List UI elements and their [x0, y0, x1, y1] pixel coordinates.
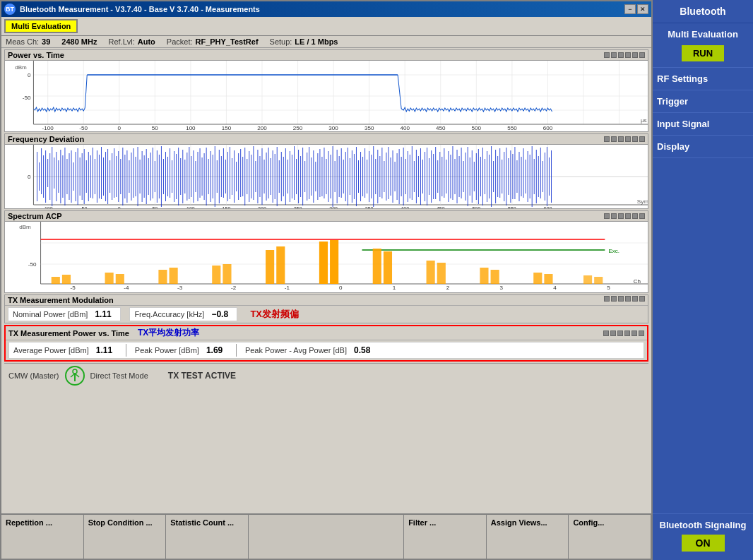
freq-value: 2480 MHz [61, 37, 97, 46]
svg-rect-343 [116, 274, 124, 284]
assign-views-button[interactable]: Assign Views... [487, 515, 569, 559]
sidebar-title: Bluetooth [653, 0, 753, 23]
svg-text:150: 150 [223, 206, 231, 208]
tx-power-title: TX Measurement Power vs. Time TX平均发射功率 [6, 326, 647, 340]
svg-rect-360 [583, 275, 592, 284]
tx-mod-panel: TX Measurement Modulation Nominal Power … [4, 294, 648, 323]
packet-value: RF_PHY_TestRef [196, 37, 259, 46]
tpdot2 [610, 330, 616, 336]
tx-mod-dots [604, 296, 645, 304]
svg-rect-353 [384, 251, 392, 284]
svg-text:600: 600 [544, 206, 552, 208]
ref-lvl-label: Ref.Lvl: [108, 37, 134, 46]
svg-text:350: 350 [364, 125, 374, 131]
dot5 [632, 52, 638, 58]
svg-rect-351 [330, 240, 338, 284]
status-bar: CMW (Master) Direct Test Mode TX TEST AC… [4, 363, 648, 388]
sdot5 [632, 213, 638, 219]
sidebar: Bluetooth Multi Evaluation RUN RF Settin… [653, 0, 753, 560]
title-bar: BT Bluetooth Measurement - V3.7.40 - Bas… [1, 1, 651, 17]
fdot2 [611, 136, 617, 142]
sidebar-item-trigger[interactable]: Trigger [653, 90, 753, 113]
stop-condition-label: Stop Condition ... [88, 518, 153, 528]
avg-power-cell: Average Power [dBm] 1.11 [13, 345, 117, 355]
tdot3 [618, 296, 624, 302]
sdot1 [604, 213, 610, 219]
svg-point-363 [73, 369, 77, 374]
svg-text:-4: -4 [124, 285, 129, 291]
sidebar-item-rf-settings[interactable]: RF Settings [653, 68, 753, 90]
repetition-button[interactable]: Repetition ... [1, 515, 84, 559]
svg-text:0: 0 [118, 206, 121, 208]
dot4 [625, 52, 631, 58]
spectrum-chart-label: Spectrum ACP [8, 212, 62, 220]
fdot1 [604, 136, 610, 142]
repetition-label: Repetition ... [6, 518, 52, 528]
svg-rect-346 [212, 266, 220, 284]
stop-condition-button[interactable]: Stop Condition ... [84, 515, 167, 559]
avg-power-label: Average Power [dBm] [13, 346, 89, 355]
svg-text:2: 2 [446, 285, 450, 291]
on-button[interactable]: ON [682, 535, 725, 552]
svg-rect-358 [533, 273, 542, 284]
svg-text:-50: -50 [79, 125, 88, 131]
sdot3 [618, 213, 624, 219]
master-label: CMW (Master) [8, 371, 59, 380]
tx-power-annotation: TX平均发射功率 [138, 327, 199, 339]
tx-power-dots [603, 330, 644, 336]
power-chart-svg: 0 -50 dBm -100 -50 0 50 100 150 200 250 … [5, 61, 648, 131]
tpdot4 [624, 330, 630, 336]
empty-button [249, 515, 404, 559]
svg-text:0: 0 [118, 125, 121, 131]
peak-avg-cell: Peak Power - Avg Power [dB] 0.58 [245, 345, 375, 355]
spectrum-chart-panel: Spectrum ACP [4, 210, 648, 293]
svg-text:400: 400 [401, 206, 409, 208]
avg-power-value: 1.11 [96, 345, 117, 355]
filter-button[interactable]: Filter ... [404, 515, 487, 559]
svg-rect-350 [319, 242, 328, 284]
svg-text:200: 200 [258, 206, 266, 208]
svg-text:100: 100 [186, 125, 196, 131]
spectrum-chart-area: dBm -50 Exc. Ch -5 -4 -3 -2 -1 0 [5, 222, 648, 292]
statistic-count-button[interactable]: Statistic Count ... [166, 515, 249, 559]
svg-text:-50: -50 [23, 95, 31, 101]
fdot3 [618, 136, 624, 142]
svg-rect-357 [491, 270, 499, 284]
freq-item: 2480 MHz [61, 37, 97, 46]
svg-rect-341 [62, 275, 71, 284]
config-button[interactable]: Config... [569, 515, 651, 559]
freq-chart-label: Frequency Deviation [8, 135, 84, 143]
power-chart-area: 0 -50 dBm -100 -50 0 50 100 150 200 250 … [5, 61, 648, 131]
svg-text:-100: -100 [42, 125, 54, 131]
dot3 [618, 52, 624, 58]
tx-active-status: TX TEST ACTIVE [168, 371, 236, 381]
svg-text:dBm: dBm [15, 64, 27, 71]
input-signal-label: Input Signal [657, 119, 709, 129]
multi-eval-button[interactable]: Multi Evaluation [4, 19, 78, 33]
tpdot1 [603, 330, 609, 336]
bottom-bar: Repetition ... Stop Condition ... Statis… [1, 513, 651, 559]
svg-text:50: 50 [152, 125, 159, 131]
tdot1 [604, 296, 610, 302]
bt-signaling-section: Bluetooth Signaling ON [653, 513, 753, 560]
nom-power-cell: Nominal Power [dBm] 1.11 [8, 307, 121, 321]
close-button[interactable]: ✕ [637, 4, 648, 14]
tx-mod-title: TX Measurement Modulation [5, 295, 648, 306]
sidebar-item-display[interactable]: Display [653, 136, 753, 158]
svg-text:300: 300 [329, 206, 338, 208]
power-chart-title: Power vs. Time [5, 50, 648, 61]
minimize-button[interactable]: − [624, 4, 636, 14]
ref-lvl-value: Auto [138, 37, 155, 46]
tx-mod-row: Nominal Power [dBm] 1.11 Freq.Accuracy [… [5, 306, 648, 323]
freq-acc-cell: Freq.Accuracy [kHz] −0.8 [129, 307, 237, 321]
svg-text:-1: -1 [285, 285, 290, 291]
svg-rect-356 [480, 268, 488, 284]
app-icon: BT [4, 4, 16, 15]
main-window: BT Bluetooth Measurement - V3.7.40 - Bas… [0, 0, 653, 560]
svg-rect-352 [373, 249, 381, 284]
svg-rect-359 [544, 274, 552, 284]
tx-power-panel: TX Measurement Power vs. Time TX平均发射功率 A… [4, 325, 648, 362]
sidebar-item-input-signal[interactable]: Input Signal [653, 113, 753, 136]
assign-views-label: Assign Views... [491, 518, 547, 528]
run-button[interactable]: RUN [682, 45, 724, 61]
